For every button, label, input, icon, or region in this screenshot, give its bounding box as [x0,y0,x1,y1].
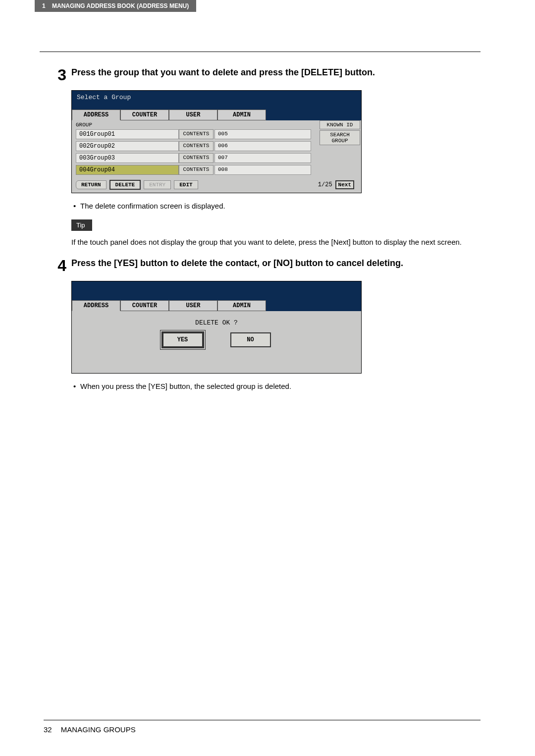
chapter-title: MANAGING ADDRESS BOOK (ADDRESS MENU) [52,2,189,9]
tip-text: If the touch panel does not display the … [71,237,476,248]
step3-note: The delete confirmation screen is displa… [71,201,476,212]
step-4: 4 Press the [YES] button to delete the c… [50,258,476,273]
table-row: 002Group02 CONTENTS 006 [76,141,357,151]
count-cell: 005 [214,129,311,139]
tab-counter[interactable]: COUNTER [120,300,169,311]
next-button[interactable]: Next [335,180,354,189]
tab-address[interactable]: ADDRESS [72,109,120,120]
edit-button[interactable]: EDIT [174,180,198,189]
group-item[interactable]: 003Group03 [76,153,179,163]
chapter-number: 1 [42,2,46,9]
table-row: 004Group04 CONTENTS 008 [76,165,357,175]
return-button[interactable]: RETURN [76,180,107,189]
screen2-titlebar [72,281,361,300]
step-title: Press the group that you want to delete … [71,67,476,83]
tab-user[interactable]: USER [169,109,217,120]
divider-top [40,52,481,52]
screenshot-group-list: Select a Group ADDRESS COUNTER USER ADMI… [71,90,476,193]
group-item-selected[interactable]: 004Group04 [76,165,179,175]
step-3: 3 Press the group that you want to delet… [50,67,476,83]
table-row: 003Group03 CONTENTS 007 [76,153,357,163]
step4-note: When you press the [YES] button, the sel… [71,381,476,392]
group-label: GROUP [72,120,361,129]
divider-footer [44,720,481,720]
count-cell: 007 [214,153,311,163]
known-id-button[interactable]: KNOWN ID [320,120,360,129]
step-number: 3 [50,67,66,83]
header-chapter-tab: 1 MANAGING ADDRESS BOOK (ADDRESS MENU) [35,0,196,12]
screenshot-delete-confirm: ADDRESS COUNTER USER ADMIN DELETE OK ? Y… [71,281,476,374]
entry-button[interactable]: ENTRY [144,180,171,189]
contents-button[interactable]: CONTENTS [179,129,214,139]
delete-confirm-text: DELETE OK ? [72,311,361,332]
tab-admin[interactable]: ADMIN [217,300,266,311]
page-footer-text: 32 MANAGING GROUPS [44,725,481,734]
tab-address[interactable]: ADDRESS [72,300,120,311]
count-cell: 008 [214,165,311,175]
contents-button[interactable]: CONTENTS [179,153,214,163]
screen-title: Select a Group [72,91,361,109]
group-item[interactable]: 001Group01 [76,129,179,139]
step-number: 4 [50,258,66,273]
search-group-button[interactable]: SEARCH GROUP [320,130,360,145]
page-number: 32 [44,725,52,734]
tip-badge: Tip [71,219,92,231]
no-button[interactable]: NO [230,332,271,347]
tab-user[interactable]: USER [169,300,217,311]
footer-section: MANAGING GROUPS [61,725,136,734]
contents-button[interactable]: CONTENTS [179,165,214,175]
yes-button[interactable]: YES [162,332,203,347]
page-indicator: 1/25 [318,181,332,188]
tab-admin[interactable]: ADMIN [217,109,266,120]
delete-button[interactable]: DELETE [109,180,141,190]
contents-button[interactable]: CONTENTS [179,141,214,151]
count-cell: 006 [214,141,311,151]
table-row: 001Group01 CONTENTS 005 [76,129,357,139]
step-title: Press the [YES] button to delete the con… [71,258,476,273]
tab-counter[interactable]: COUNTER [120,109,169,120]
group-item[interactable]: 002Group02 [76,141,179,151]
